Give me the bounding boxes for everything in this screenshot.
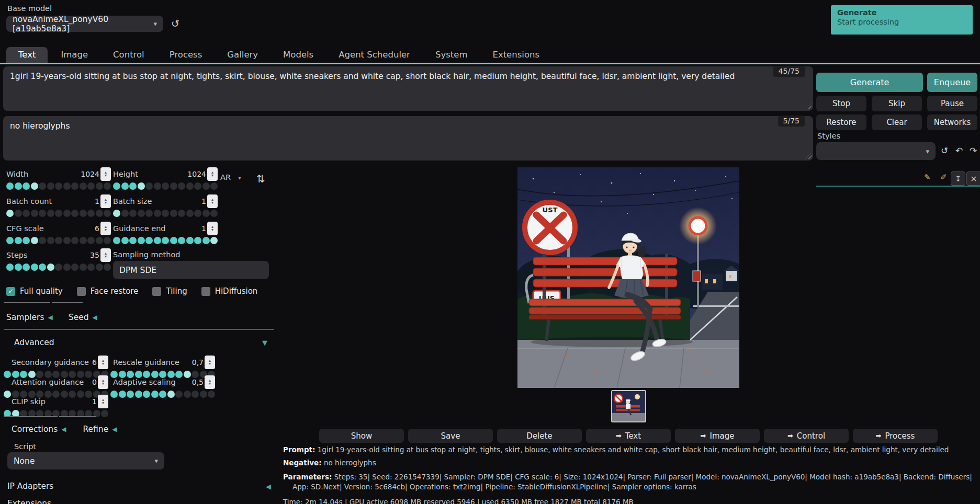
cfg-scale-slider[interactable] [6, 237, 111, 244]
sampling-method-value: DPM SDE [119, 266, 156, 275]
base-model-select[interactable]: novaAnimeXL_ponyV60 [a19ab5e8a3] ▾ [6, 16, 163, 32]
batch-size-slider[interactable] [113, 210, 218, 217]
swap-dimensions-icon[interactable]: ⇅ [256, 173, 265, 185]
width-control: Width 1024 ▴▾ [6, 167, 111, 190]
guidance-end-slider[interactable] [113, 237, 218, 244]
advanced-label: Advanced [14, 338, 54, 347]
collapsed-arrow-icon: ◀ [48, 314, 53, 321]
slider-dot [87, 210, 95, 217]
ip-adapters-accordion[interactable]: IP Adapters [7, 482, 53, 491]
aspect-ratio-select[interactable]: AR ▾ [220, 173, 241, 181]
samplers-label: Samplers [6, 313, 44, 322]
right-panel-border [816, 186, 980, 187]
meta-parameters-line: Parameters: Steps: 35| Seed: 2261547339|… [283, 472, 977, 491]
send-to-image-button[interactable]: ➡ Image [675, 429, 760, 443]
show-button[interactable]: Show [319, 429, 404, 443]
batch-size-stepper[interactable]: ▴▾ [207, 194, 218, 208]
sampling-method-select[interactable]: DPM SDE [113, 261, 269, 279]
slider-dot [121, 237, 129, 244]
refine-accordion[interactable]: Refine ◀ [83, 425, 117, 434]
accordion-row-2: Corrections ◀ Refine ◀ [12, 425, 117, 434]
face-restore-checkbox[interactable]: Face restore [77, 287, 139, 296]
advanced-accordion[interactable]: Advanced [14, 338, 54, 347]
negative-prompt-input[interactable]: no hieroglyphs [3, 116, 813, 161]
refresh-model-icon[interactable]: ↺ [171, 19, 179, 29]
rescale-guidance-stepper[interactable]: ▴▾ [205, 356, 215, 369]
width-stepper[interactable]: ▴▾ [100, 167, 111, 181]
tab-text[interactable]: Text [6, 47, 48, 63]
send-to-control-button[interactable]: ➡ Control [764, 429, 849, 443]
restore-button[interactable]: Restore [816, 114, 866, 130]
stop-button[interactable]: Stop [816, 96, 866, 111]
batch-count-slider[interactable] [6, 210, 111, 217]
meta-negative-text: no hieroglyphs [324, 459, 376, 467]
clear-button[interactable]: Clear [872, 114, 922, 130]
edit-pencil-icon[interactable]: ✎ [924, 173, 931, 182]
generate-button[interactable]: Generate [816, 73, 923, 92]
extensions-accordion[interactable]: Extensions [7, 499, 51, 504]
tab-agent-scheduler[interactable]: Agent Scheduler [326, 47, 422, 63]
skip-button[interactable]: Skip [872, 96, 922, 111]
steps-stepper[interactable]: ▴▾ [100, 248, 111, 262]
samplers-accordion[interactable]: Samplers ◀ [6, 313, 53, 322]
tab-models[interactable]: Models [271, 47, 325, 63]
close-image-button[interactable]: × [966, 171, 980, 186]
base-model-value: novaAnimeXL_ponyV60 [a19ab5e8a3] [13, 15, 153, 33]
meta-negative-label: Negative: [283, 459, 322, 467]
cfg-scale-stepper[interactable]: ▴▾ [100, 222, 111, 235]
enqueue-button[interactable]: Enqueue [927, 73, 977, 92]
gallery-thumbnail[interactable] [611, 390, 646, 422]
pause-button[interactable]: Pause [927, 96, 977, 111]
corrections-accordion[interactable]: Corrections ◀ [12, 425, 66, 434]
styles-save-icon[interactable]: ↷ [970, 146, 977, 155]
send-to-text-button[interactable]: ➡ Text [586, 429, 671, 443]
slider-dot [96, 182, 103, 190]
slider-dot [129, 210, 137, 217]
delete-button[interactable]: Delete [497, 429, 582, 443]
tiling-checkbox[interactable]: Tiling [152, 287, 187, 296]
generated-image[interactable]: UUS UST [517, 167, 739, 388]
prompt-input[interactable]: 1girl 19-years-old sitting at bus stop a… [3, 66, 813, 111]
script-select[interactable]: None ▾ [7, 452, 164, 469]
secondary-guidance-control: Secondary guidance 6 ▴▾ [4, 356, 108, 378]
tab-system[interactable]: System [423, 47, 480, 63]
height-slider[interactable] [113, 182, 218, 190]
steps-slider[interactable] [6, 264, 111, 271]
checkbox-box [152, 287, 161, 296]
full-quality-checkbox[interactable]: ✓ Full quality [6, 287, 63, 296]
send-to-process-button[interactable]: ➡ Process [853, 429, 938, 443]
height-stepper[interactable]: ▴▾ [207, 167, 218, 181]
tab-image[interactable]: Image [49, 47, 100, 63]
styles-select[interactable]: ▾ [816, 142, 936, 160]
slider-dot [22, 182, 30, 190]
edit-brush-icon[interactable]: ✐ [940, 173, 947, 182]
clip-skip-stepper[interactable]: ▴▾ [98, 395, 108, 408]
slider-dot [80, 210, 87, 217]
tab-extensions[interactable]: Extensions [480, 47, 551, 63]
slider-dot [87, 264, 95, 271]
tab-control[interactable]: Control [101, 47, 156, 63]
expanded-arrow-icon[interactable]: ▼ [262, 339, 267, 347]
secondary-guidance-stepper[interactable]: ▴▾ [98, 356, 108, 369]
styles-apply-icon[interactable]: ↶ [955, 146, 963, 155]
download-image-button[interactable]: ↧ [951, 171, 965, 186]
save-button[interactable]: Save [408, 429, 493, 443]
batch-count-stepper[interactable]: ▴▾ [100, 194, 111, 208]
styles-refresh-icon[interactable]: ↺ [941, 146, 948, 155]
hidiffusion-checkbox[interactable]: HiDiffusion [201, 287, 258, 296]
guidance-end-stepper[interactable]: ▴▾ [207, 222, 218, 235]
networks-button[interactable]: Networks [927, 114, 977, 130]
tab-process[interactable]: Process [157, 47, 215, 63]
adaptive-scaling-stepper[interactable]: ▴▾ [205, 375, 215, 389]
seed-accordion[interactable]: Seed ◀ [69, 313, 97, 322]
attention-guidance-stepper[interactable]: ▴▾ [98, 375, 108, 389]
slider-dot [162, 210, 169, 217]
slider-dot [184, 391, 191, 398]
send-to-text-label: Text [625, 431, 641, 441]
width-slider[interactable] [6, 182, 111, 190]
script-label: Script [14, 442, 36, 451]
tab-gallery[interactable]: Gallery [215, 47, 270, 63]
adaptive-scaling-slider[interactable] [110, 391, 215, 398]
slider-dot [121, 182, 129, 190]
collapsed-arrow-icon[interactable]: ◀ [266, 483, 271, 490]
